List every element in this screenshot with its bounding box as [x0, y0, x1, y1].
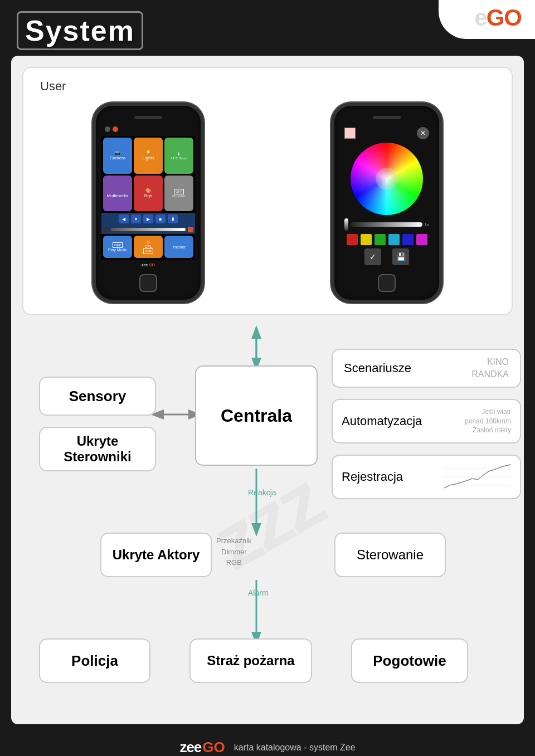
sterowanie-box: Sterowanie — [334, 533, 446, 577]
pogotowie-box: Pogotowie — [351, 638, 468, 683]
policja-box: Policja — [39, 638, 150, 683]
swatch-green[interactable] — [374, 234, 386, 245]
phones-row: 📷Camera 💡Lights 🌡21°C Temp 🎵Multimedia — [40, 103, 495, 303]
color-swatches-row — [347, 234, 427, 245]
scenariusze-box: Scenariusze KINO RANDKA — [332, 349, 521, 388]
screen2-actions: ✓ 💾 — [364, 248, 409, 265]
phone-2-screen: ✕ 1s — [340, 123, 434, 270]
phone-2-speaker — [373, 116, 401, 119]
system-title: System — [17, 11, 143, 50]
policja-label: Policja — [71, 652, 118, 670]
footer-zee: zee — [179, 739, 201, 756]
rejestracja-box: Rejestracja — [332, 455, 521, 499]
save-icon[interactable]: 💾 — [392, 248, 409, 265]
ukryte-aktory-label: Ukryte Aktory — [113, 547, 200, 563]
screen1-bottom: OFF Play Music ⊙ CFL OFF Theater — [101, 234, 195, 260]
screen1-controls: ◀ ▼ ▶ ■ ⏸ — [101, 213, 195, 225]
logo-area: zee GO — [439, 0, 535, 39]
color-wheel-container — [351, 143, 423, 215]
chart-svg — [444, 463, 511, 491]
screen1-slider-row — [101, 225, 195, 234]
swatch-red[interactable] — [347, 234, 358, 245]
sensory-box: Sensory — [39, 377, 156, 416]
alarm-label: Alarm — [248, 588, 269, 597]
timer-label: 1s — [425, 222, 429, 227]
ctrl-prev: ◀ — [119, 214, 129, 223]
user-label: User — [40, 79, 495, 94]
checkmark-icon[interactable]: ✓ — [364, 248, 381, 265]
icon-circle — [103, 227, 109, 232]
screen1-btn-2 — [113, 126, 118, 132]
grid-power: OFF 2x power — [164, 175, 193, 212]
screen1-btn-1 — [105, 126, 110, 132]
brightness-bar — [344, 218, 348, 231]
sensory-label: Sensory — [69, 388, 127, 405]
centrala-label: Centrala — [221, 406, 292, 426]
screen1-grid: 📷Camera 💡Lights 🌡21°C Temp 🎵Multimedia — [101, 136, 195, 213]
ctrl-pause: ⏸ — [168, 214, 178, 223]
header: System zee GO — [0, 0, 535, 56]
bottom-cfl: ⊙ CFL OFF — [134, 236, 163, 258]
screen1-top-bar — [101, 123, 195, 136]
screen1-zee-logo: zee GO — [101, 260, 195, 270]
screen2-brightness-row: 1s — [344, 218, 429, 231]
screen2-top: ✕ — [344, 127, 429, 139]
logo: zee GO — [452, 4, 522, 31]
scenariusze-label: Scenariusze — [344, 361, 411, 375]
grid-lights: 💡Lights — [134, 138, 163, 174]
mini-chart — [444, 463, 511, 491]
ukryte-sterowniki-label: UkryteSterowniki — [64, 433, 131, 465]
user-box: User 📷Camera 💡Lights — [22, 67, 513, 315]
phone-2: ✕ 1s — [331, 103, 442, 303]
straz-box: Straż pożarna — [189, 638, 312, 683]
phone-1: 📷Camera 💡Lights 🌡21°C Temp 🎵Multimedia — [93, 103, 204, 303]
ukryte-aktory-box: Ukryte Aktory — [100, 533, 212, 577]
automatyzacja-box: Automatyzacja Jeśli wiatrponad 100km/hZa… — [332, 399, 521, 443]
grid-multimedia: 🎵Multimedia — [103, 175, 132, 212]
pogotowie-label: Pogotowie — [373, 652, 446, 670]
centrala-box: Centrala — [195, 365, 318, 466]
swatch-cyan[interactable] — [388, 234, 400, 245]
kino-label: KINO — [487, 356, 509, 368]
grid-rgb: 🎨Rgb — [134, 175, 163, 212]
ctrl-down: ▼ — [131, 214, 141, 223]
reakcja-label: Reakcja — [248, 488, 276, 497]
swatch-yellow[interactable] — [361, 234, 372, 245]
randka-label: RANDKA — [471, 368, 509, 381]
phone-speaker — [134, 116, 162, 119]
main-content: User 📷Camera 💡Lights — [11, 56, 524, 724]
close-icon[interactable]: ✕ — [417, 127, 429, 139]
footer-logo: zee GO — [179, 739, 225, 756]
bottom-theater: Theater — [164, 236, 193, 258]
przekaznik-label: PrzekaźnikDimmerRGB — [216, 535, 252, 568]
brightness-slider — [111, 228, 186, 231]
rejestracja-label: Rejestracja — [342, 470, 403, 484]
footer-go: GO — [202, 739, 225, 756]
ctrl-stop: ■ — [155, 214, 166, 223]
screen2-slider[interactable] — [351, 222, 422, 227]
footer: zee GO karta katalogowa - system Zee — [0, 730, 535, 756]
straz-label: Straż pożarna — [207, 653, 294, 669]
grid-temp: 🌡21°C Temp — [164, 138, 193, 174]
diagram: zzz — [22, 332, 513, 711]
automatyzacja-desc: Jeśli wiatrponad 100km/hZasłoń rolety — [465, 407, 511, 435]
bottom-music: OFF Play Music — [103, 236, 132, 258]
swatch-blue[interactable] — [402, 234, 414, 245]
logo-go: GO — [487, 4, 522, 31]
ukryte-sterowniki-box: UkryteSterowniki — [39, 427, 156, 471]
color-swatch — [344, 128, 356, 139]
automatyzacja-label: Automatyzacja — [342, 414, 422, 428]
scenariusze-kino-randka: KINO RANDKA — [471, 356, 509, 381]
phone-2-home-btn[interactable] — [378, 274, 396, 292]
phone-1-screen: 📷Camera 💡Lights 🌡21°C Temp 🎵Multimedia — [101, 123, 195, 270]
swatch-magenta[interactable] — [416, 234, 427, 245]
footer-text: karta katalogowa - system Zee — [234, 743, 356, 753]
color-wheel-overlay — [351, 143, 423, 215]
icon-sq — [188, 227, 193, 232]
sterowanie-label: Sterowanie — [357, 547, 424, 563]
phone-1-home-btn[interactable] — [139, 274, 157, 292]
grid-camera: 📷Camera — [103, 138, 132, 174]
logo-zee: zee — [452, 4, 487, 31]
ctrl-play: ▶ — [143, 214, 153, 223]
